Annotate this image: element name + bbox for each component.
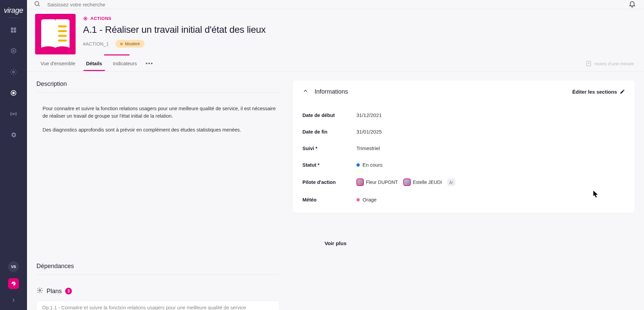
plans-header[interactable]: Plans 3 [27,275,644,299]
page-title: A.1 - Réaliser un travail initial d'état… [83,24,636,35]
svg-point-16 [85,18,86,19]
tab-overflow-icon[interactable]: ••• [142,56,157,71]
svg-rect-3 [14,30,16,33]
pilot-chip-2[interactable]: Estelle JEUDI [403,178,442,186]
end-date-label: Date de fin [302,129,356,135]
nav-target-icon[interactable] [9,89,18,97]
tabs: Vue d'ensemble Détails Indicateurs ••• m… [27,56,644,72]
plan-item[interactable]: Op.1.1 - Connaitre et suivre la fonction… [36,301,279,310]
description-body: Pour connaitre et suivre la fonction rel… [36,93,279,134]
statut-value: En cours [356,162,382,168]
svg-rect-2 [11,30,14,33]
svg-point-4 [13,50,14,51]
meteo-label: Météo [302,197,356,202]
svg-point-7 [12,92,15,94]
pilot-value: Fleur DUPONT Estelle JEUDI [356,178,455,186]
priority-badge: Modéré [115,40,144,48]
topbar [27,0,644,9]
dependances-section: Dépendances [27,253,644,275]
avatar [356,178,364,186]
app-switcher-icon[interactable] [8,278,19,289]
tab-indicators[interactable]: Indicateurs [108,56,142,71]
informations-title: Informations [315,88,348,95]
save-file-icon [586,61,592,67]
description-title: Description [36,80,279,93]
user-avatar-badge[interactable]: VS [8,261,19,272]
status-dot-icon [356,163,360,167]
main-content: ACTIONS A.1 - Réaliser un travail initia… [27,0,644,310]
svg-point-9 [35,1,39,5]
pilot-label: Pilote d'action [302,180,356,185]
svg-rect-0 [11,28,14,30]
start-date-label: Date de début [302,113,356,118]
breadcrumb[interactable]: ACTIONS [83,16,636,21]
notifications-icon[interactable] [628,0,636,9]
svg-point-8 [13,113,14,114]
plans-title: Plans [47,288,62,295]
action-document-icon [35,14,76,54]
page-header: ACTIONS A.1 - Réaliser un travail initia… [27,9,644,54]
svg-rect-12 [58,30,67,32]
start-date-value: 31/12/2021 [356,112,382,118]
voir-plus-button[interactable]: Voir plus [36,226,635,253]
search-input[interactable] [47,2,628,7]
suivi-value: Trimestriel [356,145,380,151]
svg-rect-13 [58,35,67,37]
avatar [403,178,411,186]
app-logo: virage [4,6,23,15]
meteo-dot-icon [356,198,360,201]
breadcrumb-label: ACTIONS [90,16,111,21]
sidebar: virage VS [0,0,27,310]
pencil-icon [620,89,625,94]
tab-overview[interactable]: Vue d'ensemble [35,56,81,71]
statut-label: Statut * [302,162,356,168]
collapse-icon[interactable] [302,88,308,95]
description-section: Description Pour connaitre et suivre la … [36,80,279,213]
dependances-title: Dépendances [36,263,279,275]
sidebar-expand-icon[interactable] [10,295,17,307]
pilot-chip-1[interactable]: Fleur DUPONT [356,178,398,186]
svg-rect-14 [58,40,67,42]
edit-sections-button[interactable]: Éditer les sections [572,89,625,95]
svg-point-5 [13,71,15,73]
end-date-value: 31/01/2025 [356,129,382,135]
add-pilot-button[interactable] [447,178,455,186]
svg-point-18 [450,181,452,182]
search-icon[interactable] [34,0,41,8]
informations-card: Informations Éditer les sections Date de… [293,80,635,213]
nav-dashboard-icon[interactable] [9,26,18,34]
action-id: #ACTION_1 [83,41,109,47]
meteo-value: Orage [356,197,377,202]
nav-gear-icon[interactable] [9,68,18,76]
plans-gear-icon [36,287,43,295]
last-update: moins d'une minute [586,61,636,67]
svg-rect-1 [14,28,16,30]
svg-point-19 [39,290,41,291]
logo-divider [7,18,20,18]
suivi-label: Suivi * [302,146,356,151]
nav-broadcast-icon[interactable] [9,110,18,118]
nav-hex-icon[interactable] [9,47,18,55]
plans-count-badge: 3 [65,288,72,294]
svg-rect-11 [58,25,67,27]
tab-details[interactable]: Détails [81,56,108,71]
nav-settings-icon[interactable] [9,131,18,139]
